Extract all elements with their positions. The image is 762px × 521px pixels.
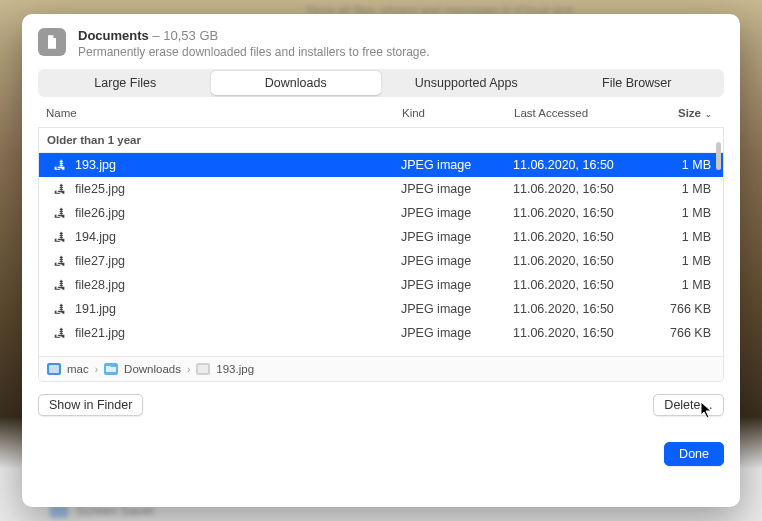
tab-downloads[interactable]: Downloads — [211, 71, 382, 95]
file-last-accessed: 11.06.2020, 16:50 — [513, 278, 659, 292]
col-header-last-accessed[interactable]: Last Accessed — [514, 107, 660, 119]
breadcrumb-folder[interactable]: Downloads — [124, 363, 181, 375]
sheet-footer: Show in Finder Delete… — [38, 382, 724, 416]
file-name: file21.jpg — [75, 326, 401, 340]
file-kind: JPEG image — [401, 206, 513, 220]
file-last-accessed: 11.06.2020, 16:50 — [513, 230, 659, 244]
storage-management-sheet: Documents – 10,53 GB Permanently erase d… — [22, 14, 740, 507]
file-kind: JPEG image — [401, 302, 513, 316]
file-last-accessed: 11.06.2020, 16:50 — [513, 206, 659, 220]
category-tabs: Large Files Downloads Unsupported Apps F… — [38, 69, 724, 97]
file-name: file27.jpg — [75, 254, 401, 268]
file-last-accessed: 11.06.2020, 16:50 — [513, 302, 659, 316]
file-kind: JPEG image — [401, 254, 513, 268]
column-headers: Name Kind Last Accessed Size⌄ — [38, 97, 724, 128]
file-kind: JPEG image — [401, 278, 513, 292]
file-kind: JPEG image — [401, 326, 513, 340]
show-in-finder-button[interactable]: Show in Finder — [38, 394, 143, 416]
sheet-header: Documents – 10,53 GB Permanently erase d… — [38, 28, 724, 59]
image-file-icon: 🏞 — [51, 207, 67, 219]
file-last-accessed: 11.06.2020, 16:50 — [513, 182, 659, 196]
file-name: 193.jpg — [75, 158, 401, 172]
col-header-name[interactable]: Name — [46, 107, 402, 119]
file-name: file28.jpg — [75, 278, 401, 292]
chevron-right-icon: › — [95, 364, 98, 375]
table-row[interactable]: 🏞file25.jpgJPEG image11.06.2020, 16:501 … — [39, 177, 723, 201]
file-last-accessed: 11.06.2020, 16:50 — [513, 326, 659, 340]
header-subtitle: Permanently erase downloaded files and i… — [78, 45, 430, 59]
done-row: Done — [38, 416, 724, 466]
file-size: 1 MB — [659, 206, 715, 220]
tab-unsupported-apps[interactable]: Unsupported Apps — [381, 71, 552, 95]
breadcrumb: mac › Downloads › 193.jpg — [39, 356, 723, 381]
delete-button[interactable]: Delete… — [653, 394, 724, 416]
tab-large-files[interactable]: Large Files — [40, 71, 211, 95]
col-header-size[interactable]: Size⌄ — [660, 107, 716, 119]
file-name: 194.jpg — [75, 230, 401, 244]
file-last-accessed: 11.06.2020, 16:50 — [513, 254, 659, 268]
file-name: file26.jpg — [75, 206, 401, 220]
file-name: 191.jpg — [75, 302, 401, 316]
breadcrumb-root[interactable]: mac — [67, 363, 89, 375]
header-title-row: Documents – 10,53 GB — [78, 28, 430, 43]
file-last-accessed: 11.06.2020, 16:50 — [513, 158, 659, 172]
file-kind: JPEG image — [401, 158, 513, 172]
file-list-scroll[interactable]: Older than 1 year 🏞193.jpgJPEG image11.0… — [39, 128, 723, 356]
header-title: Documents — [78, 28, 149, 43]
tab-file-browser[interactable]: File Browser — [552, 71, 723, 95]
header-size: – 10,53 GB — [152, 28, 218, 43]
table-row[interactable]: 🏞194.jpgJPEG image11.06.2020, 16:501 MB — [39, 225, 723, 249]
file-name: file25.jpg — [75, 182, 401, 196]
file-size: 1 MB — [659, 158, 715, 172]
sort-caret-icon: ⌄ — [705, 110, 712, 119]
file-size: 1 MB — [659, 254, 715, 268]
table-row[interactable]: 🏞193.jpgJPEG image11.06.2020, 16:501 MB — [39, 153, 723, 177]
chevron-right-icon: › — [187, 364, 190, 375]
file-size: 766 KB — [659, 302, 715, 316]
documents-icon — [38, 28, 66, 56]
image-file-icon: 🏞 — [51, 327, 67, 339]
file-size: 766 KB — [659, 326, 715, 340]
image-file-icon: 🏞 — [51, 279, 67, 291]
folder-icon — [104, 363, 118, 375]
col-header-kind[interactable]: Kind — [402, 107, 514, 119]
scrollbar-thumb[interactable] — [716, 142, 721, 170]
file-size: 1 MB — [659, 278, 715, 292]
file-kind: JPEG image — [401, 230, 513, 244]
file-list-container: Older than 1 year 🏞193.jpgJPEG image11.0… — [38, 128, 724, 382]
table-row[interactable]: 🏞file26.jpgJPEG image11.06.2020, 16:501 … — [39, 201, 723, 225]
image-file-icon: 🏞 — [51, 183, 67, 195]
image-file-icon: 🏞 — [51, 231, 67, 243]
table-row[interactable]: 🏞191.jpgJPEG image11.06.2020, 16:50766 K… — [39, 297, 723, 321]
svg-rect-0 — [49, 365, 59, 373]
file-size: 1 MB — [659, 230, 715, 244]
table-row[interactable]: 🏞file27.jpgJPEG image11.06.2020, 16:501 … — [39, 249, 723, 273]
table-row[interactable]: 🏞file28.jpgJPEG image11.06.2020, 16:501 … — [39, 273, 723, 297]
svg-rect-1 — [198, 365, 208, 373]
image-file-icon: 🏞 — [51, 303, 67, 315]
image-file-icon — [196, 363, 210, 375]
file-kind: JPEG image — [401, 182, 513, 196]
breadcrumb-file[interactable]: 193.jpg — [216, 363, 254, 375]
done-button[interactable]: Done — [664, 442, 724, 466]
file-size: 1 MB — [659, 182, 715, 196]
table-row[interactable]: 🏞file21.jpgJPEG image11.06.2020, 16:5076… — [39, 321, 723, 345]
group-header: Older than 1 year — [39, 128, 723, 153]
image-file-icon: 🏞 — [51, 159, 67, 171]
image-file-icon: 🏞 — [51, 255, 67, 267]
disk-icon — [47, 363, 61, 375]
